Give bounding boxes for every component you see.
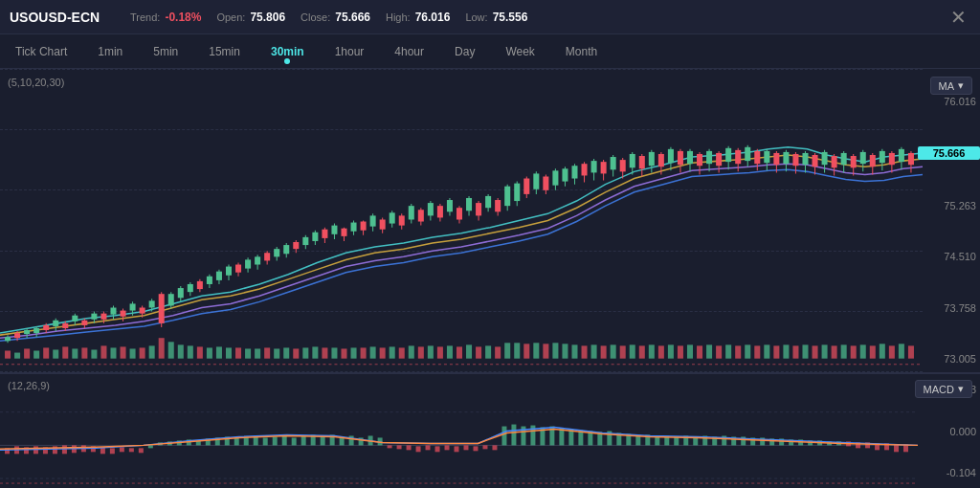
svg-rect-207 — [168, 342, 174, 358]
svg-rect-192 — [24, 348, 30, 358]
svg-rect-212 — [216, 346, 222, 358]
svg-rect-187 — [899, 149, 904, 162]
svg-rect-171 — [822, 152, 828, 165]
svg-rect-264 — [716, 345, 722, 358]
svg-rect-254 — [620, 345, 626, 358]
timeframe-week[interactable]: Week — [490, 34, 549, 68]
svg-rect-133 — [639, 156, 645, 168]
svg-rect-206 — [159, 338, 165, 358]
svg-rect-260 — [678, 345, 683, 358]
main-chart: (5,10,20,30) MA ▾ — [0, 69, 980, 373]
trend-label: Trend: — [130, 11, 160, 23]
svg-rect-143 — [687, 151, 693, 164]
svg-rect-105 — [504, 187, 510, 206]
price-level-4: 74.510 — [918, 251, 980, 262]
svg-rect-195 — [53, 349, 58, 358]
low-group: Low: 75.556 — [465, 11, 527, 24]
svg-rect-228 — [370, 346, 376, 358]
svg-rect-253 — [611, 344, 616, 358]
macd-dropdown-label: MACD — [924, 384, 954, 395]
macd-chart — [0, 374, 918, 488]
svg-rect-15 — [72, 316, 78, 322]
timeframe-4hour[interactable]: 4hour — [379, 34, 439, 68]
timeframe-1min[interactable]: 1min — [82, 34, 138, 68]
svg-rect-216 — [255, 348, 260, 358]
svg-rect-67 — [322, 230, 327, 238]
svg-rect-127 — [611, 157, 616, 169]
svg-rect-233 — [418, 346, 424, 358]
macd-panel: (12,26,9) MACD ▾ — [0, 373, 980, 488]
svg-rect-197 — [72, 348, 78, 358]
close-button[interactable]: ✕ — [947, 6, 970, 29]
macd-chevron-icon: ▾ — [958, 383, 964, 395]
close-group: Close: 75.666 — [301, 11, 370, 24]
svg-rect-117 — [562, 168, 568, 181]
svg-rect-87 — [418, 210, 424, 221]
svg-rect-317 — [273, 436, 278, 445]
candlestick-chart — [0, 69, 923, 372]
timeframe-30min[interactable]: 30min — [256, 34, 320, 68]
svg-rect-337 — [463, 445, 468, 450]
svg-rect-248 — [562, 344, 568, 358]
header: USOUSD-ECN Trend: -0.18% Open: 75.806 Cl… — [0, 0, 980, 34]
svg-rect-221 — [302, 347, 308, 358]
svg-rect-262 — [697, 345, 702, 358]
svg-rect-335 — [445, 445, 450, 450]
svg-rect-175 — [841, 153, 847, 165]
macd-dropdown-button[interactable]: MACD ▾ — [915, 380, 972, 398]
svg-rect-236 — [447, 345, 453, 358]
svg-rect-31 — [149, 300, 155, 307]
svg-rect-316 — [263, 437, 268, 445]
timeframe-tick[interactable]: Tick Chart — [0, 34, 82, 68]
svg-rect-332 — [416, 446, 421, 452]
svg-rect-359 — [674, 436, 679, 445]
svg-rect-147 — [706, 151, 712, 164]
svg-rect-281 — [880, 344, 885, 358]
svg-rect-259 — [668, 344, 674, 358]
svg-rect-209 — [188, 345, 193, 358]
svg-rect-275 — [822, 344, 828, 358]
svg-rect-241 — [495, 346, 501, 358]
high-value: 76.016 — [415, 11, 451, 24]
timeframe-month[interactable]: Month — [550, 34, 612, 68]
svg-rect-240 — [485, 345, 491, 358]
svg-rect-265 — [725, 344, 731, 358]
svg-rect-318 — [282, 435, 287, 445]
svg-rect-266 — [735, 345, 741, 358]
timeframe-5min[interactable]: 5min — [138, 34, 193, 68]
svg-rect-231 — [399, 347, 405, 358]
price-level-1: 76.016 — [918, 96, 980, 107]
high-group: High: 76.016 — [386, 11, 450, 24]
svg-rect-234 — [428, 345, 434, 358]
svg-rect-218 — [274, 348, 279, 358]
svg-rect-215 — [245, 348, 251, 358]
svg-rect-121 — [582, 164, 588, 175]
svg-rect-295 — [62, 445, 67, 454]
timeframe-1hour[interactable]: 1hour — [320, 34, 380, 68]
svg-rect-19 — [91, 314, 97, 320]
svg-rect-35 — [168, 294, 174, 305]
timeframe-day[interactable]: Day — [439, 34, 490, 68]
svg-rect-199 — [91, 349, 97, 358]
svg-rect-213 — [226, 347, 232, 358]
svg-rect-252 — [601, 345, 607, 358]
svg-rect-89 — [428, 203, 434, 215]
open-group: Open: 75.806 — [216, 11, 285, 24]
svg-rect-250 — [582, 345, 588, 358]
svg-rect-239 — [476, 346, 481, 358]
svg-rect-270 — [773, 345, 779, 358]
svg-rect-17 — [81, 321, 87, 325]
price-axis: 76.016 75.666 75.263 74.510 73.758 73.00… — [918, 69, 980, 372]
svg-rect-269 — [764, 344, 769, 358]
ma-dropdown[interactable]: MA ▾ — [930, 77, 973, 95]
svg-rect-278 — [851, 345, 857, 358]
timeframe-15min[interactable]: 15min — [193, 34, 256, 68]
svg-rect-157 — [754, 151, 760, 164]
macd-indicator-label: (12,26,9) — [8, 380, 50, 391]
svg-rect-330 — [397, 445, 402, 449]
svg-rect-230 — [390, 346, 395, 358]
svg-rect-123 — [591, 161, 597, 172]
svg-rect-149 — [716, 153, 722, 166]
svg-rect-333 — [426, 445, 431, 450]
svg-rect-129 — [620, 160, 626, 171]
